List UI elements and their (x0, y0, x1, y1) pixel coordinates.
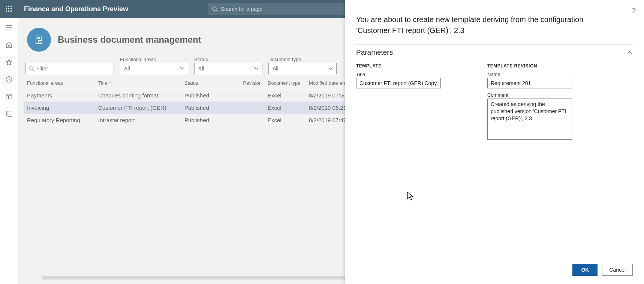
panel-separator (356, 44, 633, 45)
template-group-label: TEMPLATE (356, 63, 457, 69)
page-icon (27, 28, 51, 52)
rail-favorites-icon[interactable] (4, 57, 14, 67)
col-status[interactable]: Status (181, 77, 238, 89)
filter-placeholder: Filter (36, 66, 48, 72)
functional-areas-value: All (124, 66, 130, 72)
comment-label: Comment (487, 92, 589, 98)
panel-message: You are about to create new template der… (356, 14, 633, 36)
help-icon[interactable]: ? (632, 7, 636, 15)
status-combo[interactable]: All (194, 63, 262, 74)
parameters-section-header[interactable]: Parameters (356, 48, 633, 57)
document-type-label: Document type (268, 57, 337, 62)
svg-line-10 (216, 10, 217, 12)
functional-areas-label: Functional areas (120, 57, 188, 62)
search-icon (29, 66, 34, 71)
chevron-down-icon (328, 66, 333, 71)
sort-asc-icon: ↑ (109, 80, 111, 86)
name-label: Name (487, 72, 589, 77)
side-panel: ? You are about to create new template d… (345, 0, 644, 284)
chevron-down-icon (254, 66, 259, 71)
svg-point-29 (30, 67, 33, 70)
title-label: Title (356, 72, 457, 77)
svg-rect-22 (6, 116, 7, 117)
status-label: Status (194, 57, 262, 62)
rail-hamburger-icon[interactable] (4, 22, 14, 33)
svg-rect-5 (10, 8, 12, 9)
svg-rect-3 (6, 8, 7, 9)
col-revision[interactable]: Revision (238, 77, 265, 89)
functional-areas-combo[interactable]: All (120, 63, 188, 74)
revision-column: TEMPLATE REVISION Name Comment (487, 63, 589, 145)
chevron-up-icon (627, 49, 633, 55)
svg-rect-4 (8, 8, 9, 9)
rail-recent-icon[interactable] (4, 74, 14, 85)
svg-rect-1 (8, 6, 9, 7)
svg-rect-18 (6, 111, 7, 112)
svg-rect-8 (10, 10, 12, 12)
parameters-title: Parameters (356, 48, 393, 57)
rail-home-icon[interactable] (4, 40, 14, 50)
rail-workspaces-icon[interactable] (4, 91, 14, 102)
filter-input[interactable]: Filter (25, 63, 114, 74)
app-title: Finance and Operations Preview (24, 5, 128, 13)
svg-point-9 (213, 7, 216, 10)
form-grid: TEMPLATE Title TEMPLATE REVISION Name Co… (356, 63, 633, 145)
col-document-type[interactable]: Document type (265, 77, 306, 89)
svg-rect-15 (6, 94, 12, 99)
svg-rect-7 (8, 10, 9, 12)
document-type-value: All (273, 66, 279, 72)
panel-footer: OK Cancel (572, 264, 633, 276)
svg-line-30 (33, 70, 34, 71)
search-icon (212, 6, 218, 12)
title-field[interactable] (356, 78, 441, 88)
waffle-icon[interactable] (0, 0, 18, 18)
status-value: All (198, 66, 204, 72)
svg-rect-6 (6, 10, 7, 12)
comment-field[interactable] (487, 99, 572, 140)
page-title: Business document management (58, 34, 201, 45)
svg-rect-2 (10, 6, 12, 7)
document-type-combo[interactable]: All (268, 63, 337, 74)
left-rail (0, 18, 18, 284)
revision-group-label: TEMPLATE REVISION (487, 63, 589, 69)
svg-rect-20 (6, 114, 7, 115)
col-functional-areas[interactable]: Functional areas (24, 77, 95, 89)
chevron-down-icon (180, 66, 185, 71)
ok-button[interactable]: OK (572, 264, 598, 276)
template-column: TEMPLATE Title (356, 63, 457, 145)
col-title[interactable]: Title↑ (95, 77, 181, 89)
name-field[interactable] (487, 78, 572, 88)
cancel-button[interactable]: Cancel (602, 264, 633, 276)
svg-rect-0 (6, 6, 7, 7)
rail-modules-icon[interactable] (4, 109, 14, 119)
